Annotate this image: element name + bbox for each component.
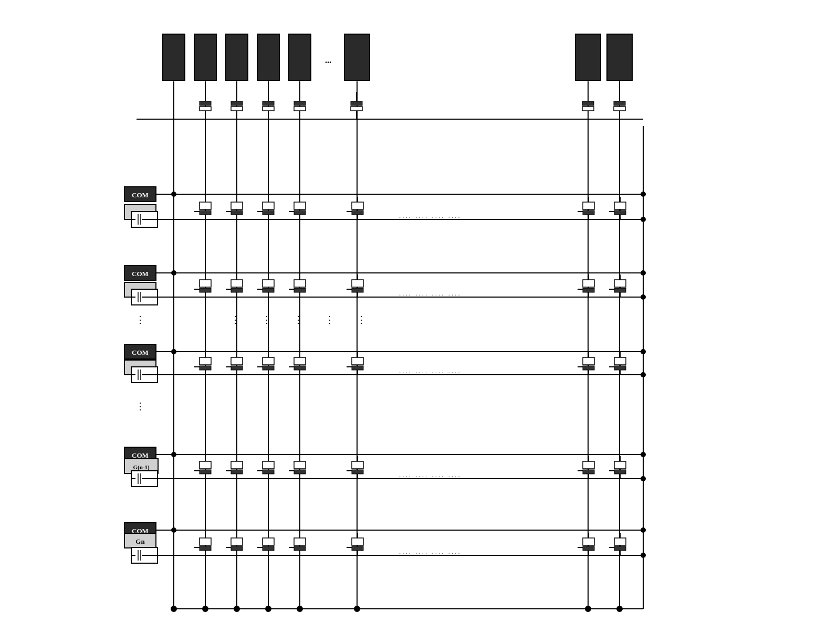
svg-rect-138 [294, 288, 306, 292]
svg-rect-88 [294, 210, 306, 215]
svg-text:⋮: ⋮ [325, 314, 334, 325]
svg-rect-299 [352, 538, 363, 545]
svg-text:COM: COM [132, 270, 149, 278]
svg-rect-27 [200, 101, 211, 105]
svg-rect-80 [263, 202, 274, 209]
svg-rect-150 [614, 280, 626, 287]
svg-rect-229 [200, 461, 211, 469]
svg-rect-297 [294, 546, 306, 551]
svg-rect-24 [607, 34, 632, 80]
svg-rect-70 [200, 202, 211, 209]
svg-text:D3: D3 [278, 53, 286, 61]
svg-rect-85 [294, 202, 306, 209]
svg-rect-188 [263, 357, 274, 365]
svg-rect-48 [582, 107, 594, 111]
svg-rect-44 [351, 107, 362, 111]
svg-text:⋮: ⋮ [262, 314, 271, 325]
svg-text:⋮: ⋮ [135, 314, 145, 325]
svg-rect-237 [231, 470, 243, 474]
svg-rect-203 [583, 357, 594, 365]
svg-rect-252 [352, 470, 363, 474]
svg-rect-90 [352, 202, 363, 209]
svg-text:Dn: Dn [638, 53, 645, 61]
svg-rect-123 [200, 288, 211, 292]
svg-point-217 [641, 452, 646, 457]
svg-text:⋮: ⋮ [231, 314, 240, 325]
svg-rect-307 [583, 546, 594, 551]
svg-rect-249 [352, 461, 363, 469]
svg-text:Gn: Gn [135, 537, 145, 545]
svg-rect-140 [352, 280, 363, 287]
svg-rect-232 [200, 470, 211, 474]
svg-rect-312 [614, 546, 626, 551]
svg-point-118 [641, 294, 646, 300]
svg-text:D2: D2 [247, 53, 255, 61]
svg-rect-292 [263, 546, 274, 551]
svg-rect-262 [614, 470, 626, 474]
svg-text:⋮: ⋮ [135, 401, 145, 411]
svg-rect-143 [352, 288, 363, 292]
svg-rect-39 [294, 101, 306, 105]
svg-text:.... .... .... ....: .... .... .... .... [399, 367, 462, 375]
svg-rect-206 [583, 366, 594, 370]
svg-point-58 [641, 192, 646, 197]
svg-text:D4: D4 [310, 53, 318, 61]
svg-rect-93 [352, 210, 363, 215]
svg-rect-304 [583, 538, 594, 545]
svg-text:COM: COM [132, 451, 149, 459]
svg-text:.... .... .... ....: .... .... .... .... [399, 212, 462, 219]
svg-point-68 [641, 217, 646, 222]
svg-rect-73 [200, 210, 211, 215]
svg-point-176 [641, 372, 646, 377]
svg-text:.... .... .... ....: .... .... .... .... [399, 289, 462, 297]
svg-text:.... .... .... ....: .... .... .... .... [399, 547, 462, 555]
svg-rect-309 [614, 538, 626, 545]
svg-rect-201 [352, 366, 363, 370]
svg-point-166 [641, 349, 646, 354]
svg-rect-95 [583, 202, 594, 209]
svg-rect-17 [289, 34, 311, 80]
svg-rect-98 [583, 210, 594, 215]
svg-rect-242 [263, 470, 274, 474]
diagram-container: COM D1 D2 D3 D4 ... D630 D(n-1) Dn [0, 0, 838, 644]
svg-rect-254 [583, 461, 594, 469]
svg-rect-9 [163, 34, 185, 80]
svg-text:⋮: ⋮ [294, 314, 303, 325]
svg-point-268 [171, 527, 176, 533]
svg-rect-145 [583, 280, 594, 287]
svg-rect-15 [257, 34, 279, 80]
svg-text:G(n-1): G(n-1) [133, 464, 150, 471]
svg-point-59 [171, 192, 176, 197]
svg-rect-28 [200, 107, 211, 111]
svg-rect-125 [231, 280, 243, 287]
svg-rect-294 [294, 538, 306, 545]
svg-text:⋮: ⋮ [615, 314, 624, 325]
svg-point-218 [171, 452, 176, 457]
svg-rect-279 [200, 538, 211, 545]
svg-rect-51 [614, 101, 625, 105]
svg-rect-289 [263, 538, 274, 545]
svg-rect-208 [614, 357, 626, 365]
svg-rect-52 [614, 107, 625, 111]
svg-rect-133 [263, 288, 274, 292]
svg-rect-120 [200, 280, 211, 287]
svg-rect-186 [231, 366, 243, 370]
svg-rect-247 [294, 470, 306, 474]
svg-rect-35 [263, 101, 274, 105]
svg-rect-302 [352, 546, 363, 551]
svg-point-109 [171, 270, 176, 276]
svg-rect-75 [231, 202, 243, 209]
svg-rect-244 [294, 461, 306, 469]
svg-text:.... .... .... ....: .... .... .... .... [399, 471, 462, 479]
svg-rect-257 [583, 470, 594, 474]
svg-rect-239 [263, 461, 274, 469]
svg-rect-234 [231, 461, 243, 469]
svg-rect-103 [614, 210, 626, 215]
svg-point-167 [171, 349, 176, 354]
svg-rect-83 [263, 210, 274, 215]
svg-rect-100 [614, 202, 626, 209]
svg-rect-178 [200, 357, 211, 365]
svg-rect-198 [352, 357, 363, 365]
svg-point-267 [641, 527, 646, 533]
svg-rect-31 [231, 101, 243, 105]
